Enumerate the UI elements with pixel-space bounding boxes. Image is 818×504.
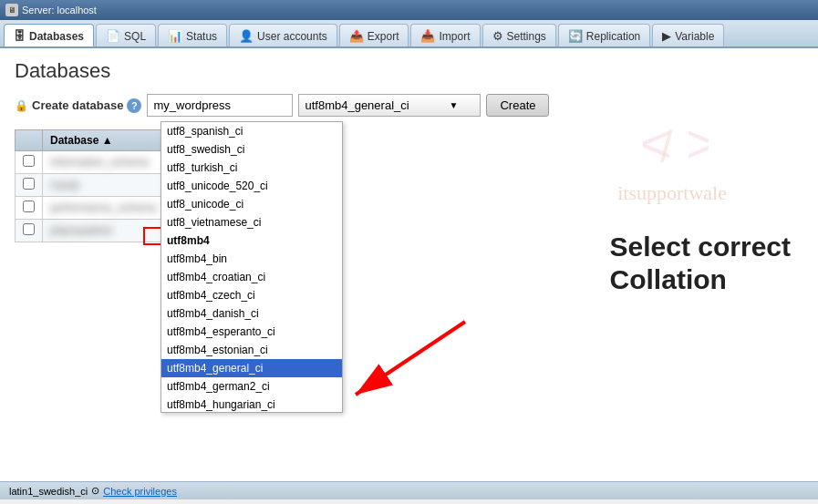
blurred-db-name: mysql bbox=[50, 179, 78, 191]
tab-user-accounts-label: User accounts bbox=[257, 30, 327, 43]
table-header-database: Database ▲ bbox=[43, 130, 166, 151]
table-cell-checkbox[interactable] bbox=[16, 220, 43, 242]
db-name-input[interactable] bbox=[147, 94, 293, 117]
create-db-text: Create database bbox=[32, 98, 123, 112]
title-bar: 🖥 Server: localhost bbox=[0, 0, 818, 20]
tab-databases-label: Databases bbox=[29, 30, 84, 43]
table-cell-dbname: mysql bbox=[43, 174, 166, 197]
table-header-checkbox bbox=[16, 130, 43, 151]
table-cell-checkbox[interactable] bbox=[16, 197, 43, 220]
tab-sql[interactable]: 📄 SQL bbox=[96, 24, 156, 46]
dropdown-item[interactable]: utf8mb4_hungarian_ci bbox=[161, 396, 342, 413]
dropdown-item[interactable]: utf8mb4_estonian_ci bbox=[161, 341, 342, 359]
tab-status-label: Status bbox=[186, 30, 217, 43]
dropdown-item[interactable]: utf8_unicode_ci bbox=[161, 195, 342, 213]
tab-navigation: 🗄 Databases 📄 SQL 📊 Status 👤 User accoun… bbox=[0, 20, 818, 48]
tab-import-label: Import bbox=[439, 30, 470, 43]
dropdown-item[interactable]: utf8_spanish_ci bbox=[161, 122, 342, 140]
title-bar-icon: 🖥 bbox=[5, 4, 18, 16]
dropdown-item[interactable]: utf8mb4_danish_ci bbox=[161, 304, 342, 323]
sql-icon: 📄 bbox=[106, 29, 120, 43]
table-cell-checkbox[interactable] bbox=[16, 174, 43, 197]
lock-icon: 🔒 bbox=[15, 99, 28, 112]
dropdown-item[interactable]: utf8_turkish_ci bbox=[161, 159, 342, 177]
dropdown-item[interactable]: utf8mb4_bin bbox=[161, 250, 342, 268]
tab-replication-label: Replication bbox=[586, 30, 640, 43]
row-checkbox[interactable] bbox=[23, 178, 35, 190]
dropdown-item[interactable]: utf8mb4_esperanto_ci bbox=[161, 323, 342, 341]
status-collation: latin1_swedish_ci bbox=[9, 486, 88, 497]
collation-value-display: utf8mb4_general_ci bbox=[305, 98, 409, 112]
annotation-area: Select correct Collation bbox=[610, 231, 791, 296]
dropdown-arrow-icon: ▼ bbox=[450, 100, 459, 110]
dropdown-item[interactable]: utf8_vietnamese_ci bbox=[161, 213, 342, 231]
table-cell-dbname: phpmyadmin bbox=[43, 220, 166, 242]
tab-sql-label: SQL bbox=[124, 30, 146, 43]
dropdown-item[interactable]: utf8mb4_croatian_ci bbox=[161, 268, 342, 286]
dropdown-item[interactable]: utf8mb4_german2_ci bbox=[161, 377, 342, 396]
collation-select[interactable]: utf8mb4_general_ci ▼ bbox=[298, 94, 481, 117]
tab-import[interactable]: 📥 Import bbox=[410, 24, 480, 46]
main-content: < > / itsupportwale Databases 🔒 Create d… bbox=[0, 48, 818, 499]
table-cell-dbname: performance_schema bbox=[43, 197, 166, 220]
dropdown-group-header: utf8mb4 bbox=[161, 231, 342, 250]
row-checkbox[interactable] bbox=[23, 223, 35, 235]
watermark: < > / itsupportwale bbox=[617, 112, 727, 205]
create-db-label: 🔒 Create database ? bbox=[15, 98, 141, 113]
replication-icon: 🔄 bbox=[568, 29, 583, 43]
watermark-logo: < > / bbox=[617, 112, 727, 181]
tab-databases[interactable]: 🗄 Databases bbox=[4, 24, 94, 46]
annotation-line1: Select correct bbox=[610, 231, 791, 263]
tab-export-label: Export bbox=[368, 30, 399, 43]
svg-text:<: < bbox=[640, 113, 672, 174]
create-database-section: 🔒 Create database ? utf8mb4_general_ci ▼… bbox=[15, 94, 803, 117]
blurred-db-name: phpmyadmin bbox=[50, 224, 113, 237]
variables-icon: ▶ bbox=[662, 29, 671, 43]
table-cell-dbname: information_schema bbox=[43, 151, 166, 174]
tab-settings[interactable]: ⚙ Settings bbox=[482, 24, 556, 46]
svg-text:/: / bbox=[660, 121, 673, 172]
tab-variables-label: Variable bbox=[675, 30, 714, 43]
import-icon: 📥 bbox=[420, 29, 435, 43]
collation-dropdown-list[interactable]: utf8_spanish_ciutf8_swedish_ciutf8_turki… bbox=[160, 121, 343, 413]
tab-export[interactable]: 📤 Export bbox=[339, 24, 409, 46]
row-checkbox[interactable] bbox=[23, 155, 35, 167]
dropdown-item[interactable]: utf8mb4_czech_ci bbox=[161, 286, 342, 304]
blurred-db-name: performance_schema bbox=[50, 201, 156, 214]
dropdown-item[interactable]: utf8_unicode_520_ci bbox=[161, 177, 342, 195]
dropdown-item[interactable]: utf8_swedish_ci bbox=[161, 140, 342, 159]
svg-line-4 bbox=[356, 322, 465, 395]
tab-replication[interactable]: 🔄 Replication bbox=[558, 24, 650, 46]
blurred-db-name: information_schema bbox=[50, 156, 149, 169]
title-bar-text: Server: localhost bbox=[22, 5, 97, 15]
row-checkbox[interactable] bbox=[23, 201, 35, 212]
table-cell-checkbox[interactable] bbox=[16, 151, 43, 174]
dropdown-item-selected[interactable]: utf8mb4_general_ci bbox=[161, 359, 342, 377]
status-bar: latin1_swedish_ci ⊙ Check privileges bbox=[0, 481, 818, 499]
tab-status[interactable]: 📊 Status bbox=[158, 24, 227, 46]
tab-variables[interactable]: ▶ Variable bbox=[652, 24, 724, 46]
user-accounts-icon: 👤 bbox=[239, 29, 254, 43]
svg-text:>: > bbox=[686, 113, 709, 174]
export-icon: 📤 bbox=[349, 29, 364, 43]
create-button[interactable]: Create bbox=[486, 94, 549, 117]
annotation-line2: Collation bbox=[610, 263, 791, 296]
tab-user-accounts[interactable]: 👤 User accounts bbox=[229, 24, 337, 46]
page-title: Databases bbox=[15, 59, 803, 83]
status-icon: 📊 bbox=[168, 29, 182, 43]
watermark-text: itsupportwale bbox=[617, 181, 727, 205]
settings-icon: ⚙ bbox=[492, 29, 503, 43]
help-icon[interactable]: ? bbox=[127, 98, 141, 113]
databases-icon: 🗄 bbox=[14, 29, 26, 43]
tab-settings-label: Settings bbox=[507, 30, 546, 43]
check-privileges-link[interactable]: Check privileges bbox=[103, 486, 177, 497]
